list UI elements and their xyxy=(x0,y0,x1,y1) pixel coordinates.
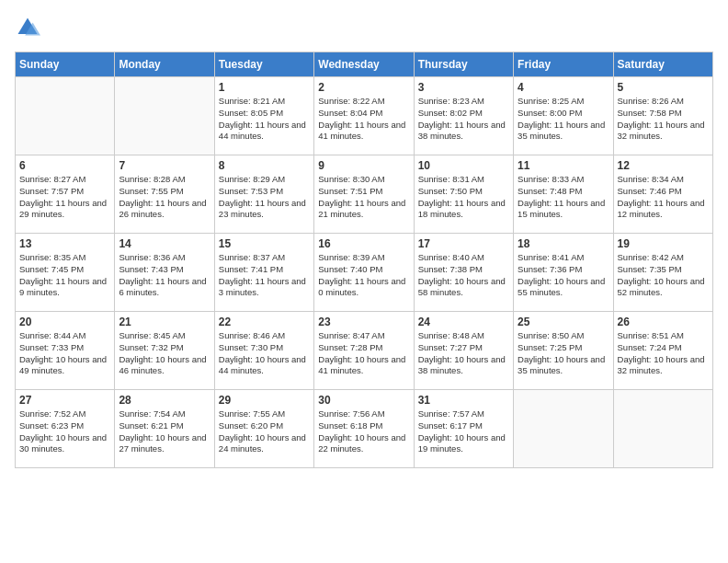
column-header-sunday: Sunday xyxy=(16,52,115,77)
day-info: Sunrise: 8:42 AM Sunset: 7:35 PM Dayligh… xyxy=(618,252,709,299)
day-info: Sunrise: 8:28 AM Sunset: 7:55 PM Dayligh… xyxy=(119,174,210,221)
day-info: Sunrise: 8:21 AM Sunset: 8:05 PM Dayligh… xyxy=(219,96,310,143)
day-info: Sunrise: 8:25 AM Sunset: 8:00 PM Dayligh… xyxy=(518,96,609,143)
day-number: 13 xyxy=(19,237,110,250)
calendar-cell: 22Sunrise: 8:46 AM Sunset: 7:30 PM Dayli… xyxy=(214,312,313,390)
calendar-cell: 9Sunrise: 8:30 AM Sunset: 7:51 PM Daylig… xyxy=(314,155,414,234)
calendar-cell: 3Sunrise: 8:23 AM Sunset: 8:02 PM Daylig… xyxy=(414,77,513,155)
day-number: 20 xyxy=(19,316,110,328)
calendar-cell: 7Sunrise: 8:28 AM Sunset: 7:55 PM Daylig… xyxy=(115,155,214,234)
day-info: Sunrise: 8:30 AM Sunset: 7:51 PM Dayligh… xyxy=(318,174,409,221)
day-number: 9 xyxy=(318,159,409,172)
column-header-wednesday: Wednesday xyxy=(314,52,414,77)
day-number: 26 xyxy=(618,316,709,328)
calendar-cell: 11Sunrise: 8:33 AM Sunset: 7:48 PM Dayli… xyxy=(514,155,613,234)
day-number: 10 xyxy=(418,159,509,172)
day-info: Sunrise: 8:39 AM Sunset: 7:40 PM Dayligh… xyxy=(318,252,409,299)
page-header xyxy=(15,15,713,40)
day-info: Sunrise: 8:36 AM Sunset: 7:43 PM Dayligh… xyxy=(119,252,210,299)
day-info: Sunrise: 8:27 AM Sunset: 7:57 PM Dayligh… xyxy=(19,174,110,221)
day-number: 2 xyxy=(318,81,409,94)
day-number: 27 xyxy=(19,394,110,407)
day-info: Sunrise: 8:37 AM Sunset: 7:41 PM Dayligh… xyxy=(219,252,310,299)
calendar-body: 1Sunrise: 8:21 AM Sunset: 8:05 PM Daylig… xyxy=(16,77,713,468)
calendar-cell: 25Sunrise: 8:50 AM Sunset: 7:25 PM Dayli… xyxy=(514,312,613,390)
calendar-cell: 1Sunrise: 8:21 AM Sunset: 8:05 PM Daylig… xyxy=(214,77,313,155)
calendar-cell: 24Sunrise: 8:48 AM Sunset: 7:27 PM Dayli… xyxy=(414,312,513,390)
day-number: 22 xyxy=(219,316,310,328)
calendar-cell: 4Sunrise: 8:25 AM Sunset: 8:00 PM Daylig… xyxy=(514,77,613,155)
column-header-saturday: Saturday xyxy=(613,52,712,77)
calendar-week-2: 6Sunrise: 8:27 AM Sunset: 7:57 PM Daylig… xyxy=(16,155,713,234)
calendar-cell: 19Sunrise: 8:42 AM Sunset: 7:35 PM Dayli… xyxy=(613,234,712,312)
day-number: 6 xyxy=(19,159,110,172)
day-number: 23 xyxy=(318,316,409,328)
day-info: Sunrise: 8:22 AM Sunset: 8:04 PM Dayligh… xyxy=(318,96,409,143)
calendar-cell: 31Sunrise: 7:57 AM Sunset: 6:17 PM Dayli… xyxy=(414,390,513,468)
day-info: Sunrise: 8:44 AM Sunset: 7:33 PM Dayligh… xyxy=(19,330,110,377)
calendar-cell xyxy=(514,390,613,468)
column-header-monday: Monday xyxy=(115,52,214,77)
calendar-cell: 21Sunrise: 8:45 AM Sunset: 7:32 PM Dayli… xyxy=(115,312,214,390)
day-number: 16 xyxy=(318,237,409,250)
day-number: 4 xyxy=(518,81,609,94)
day-info: Sunrise: 7:52 AM Sunset: 6:23 PM Dayligh… xyxy=(19,408,110,455)
day-number: 5 xyxy=(618,81,709,94)
day-info: Sunrise: 7:55 AM Sunset: 6:20 PM Dayligh… xyxy=(219,408,310,455)
column-header-friday: Friday xyxy=(514,52,613,77)
calendar-cell: 10Sunrise: 8:31 AM Sunset: 7:50 PM Dayli… xyxy=(414,155,513,234)
calendar-cell: 27Sunrise: 7:52 AM Sunset: 6:23 PM Dayli… xyxy=(16,390,115,468)
day-info: Sunrise: 8:48 AM Sunset: 7:27 PM Dayligh… xyxy=(418,330,509,377)
day-number: 29 xyxy=(219,394,310,407)
calendar-cell: 26Sunrise: 8:51 AM Sunset: 7:24 PM Dayli… xyxy=(613,312,712,390)
day-number: 24 xyxy=(418,316,509,328)
calendar-cell: 2Sunrise: 8:22 AM Sunset: 8:04 PM Daylig… xyxy=(314,77,414,155)
calendar-cell: 30Sunrise: 7:56 AM Sunset: 6:18 PM Dayli… xyxy=(314,390,414,468)
day-info: Sunrise: 8:26 AM Sunset: 7:58 PM Dayligh… xyxy=(618,96,709,143)
day-number: 30 xyxy=(318,394,409,407)
day-number: 12 xyxy=(618,159,709,172)
day-info: Sunrise: 8:29 AM Sunset: 7:53 PM Dayligh… xyxy=(219,174,310,221)
calendar-cell: 12Sunrise: 8:34 AM Sunset: 7:46 PM Dayli… xyxy=(613,155,712,234)
day-number: 28 xyxy=(119,394,210,407)
calendar-cell: 16Sunrise: 8:39 AM Sunset: 7:40 PM Dayli… xyxy=(314,234,414,312)
day-info: Sunrise: 8:50 AM Sunset: 7:25 PM Dayligh… xyxy=(518,330,609,377)
column-header-tuesday: Tuesday xyxy=(214,52,313,77)
day-info: Sunrise: 8:31 AM Sunset: 7:50 PM Dayligh… xyxy=(418,174,509,221)
calendar-cell xyxy=(613,390,712,468)
calendar-table: SundayMondayTuesdayWednesdayThursdayFrid… xyxy=(15,52,713,468)
calendar-cell: 20Sunrise: 8:44 AM Sunset: 7:33 PM Dayli… xyxy=(16,312,115,390)
day-info: Sunrise: 8:51 AM Sunset: 7:24 PM Dayligh… xyxy=(618,330,709,377)
day-number: 18 xyxy=(518,237,609,250)
day-number: 17 xyxy=(418,237,509,250)
calendar-week-3: 13Sunrise: 8:35 AM Sunset: 7:45 PM Dayli… xyxy=(16,234,713,312)
day-info: Sunrise: 7:54 AM Sunset: 6:21 PM Dayligh… xyxy=(119,408,210,455)
calendar-week-5: 27Sunrise: 7:52 AM Sunset: 6:23 PM Dayli… xyxy=(16,390,713,468)
logo xyxy=(15,15,44,40)
day-number: 11 xyxy=(518,159,609,172)
day-number: 3 xyxy=(418,81,509,94)
day-info: Sunrise: 8:41 AM Sunset: 7:36 PM Dayligh… xyxy=(518,252,609,299)
day-number: 15 xyxy=(219,237,310,250)
day-number: 1 xyxy=(219,81,310,94)
calendar-cell: 6Sunrise: 8:27 AM Sunset: 7:57 PM Daylig… xyxy=(16,155,115,234)
day-number: 7 xyxy=(119,159,210,172)
calendar-cell: 23Sunrise: 8:47 AM Sunset: 7:28 PM Dayli… xyxy=(314,312,414,390)
day-info: Sunrise: 8:45 AM Sunset: 7:32 PM Dayligh… xyxy=(119,330,210,377)
calendar-cell: 18Sunrise: 8:41 AM Sunset: 7:36 PM Dayli… xyxy=(514,234,613,312)
day-info: Sunrise: 7:57 AM Sunset: 6:17 PM Dayligh… xyxy=(418,408,509,455)
calendar-week-1: 1Sunrise: 8:21 AM Sunset: 8:05 PM Daylig… xyxy=(16,77,713,155)
day-info: Sunrise: 8:35 AM Sunset: 7:45 PM Dayligh… xyxy=(19,252,110,299)
calendar-cell: 13Sunrise: 8:35 AM Sunset: 7:45 PM Dayli… xyxy=(16,234,115,312)
calendar-cell xyxy=(115,77,214,155)
calendar-cell: 17Sunrise: 8:40 AM Sunset: 7:38 PM Dayli… xyxy=(414,234,513,312)
day-number: 31 xyxy=(418,394,509,407)
calendar-cell: 14Sunrise: 8:36 AM Sunset: 7:43 PM Dayli… xyxy=(115,234,214,312)
calendar-cell: 5Sunrise: 8:26 AM Sunset: 7:58 PM Daylig… xyxy=(613,77,712,155)
calendar-cell: 8Sunrise: 8:29 AM Sunset: 7:53 PM Daylig… xyxy=(214,155,313,234)
column-header-thursday: Thursday xyxy=(414,52,513,77)
day-info: Sunrise: 8:46 AM Sunset: 7:30 PM Dayligh… xyxy=(219,330,310,377)
day-info: Sunrise: 8:40 AM Sunset: 7:38 PM Dayligh… xyxy=(418,252,509,299)
day-info: Sunrise: 8:34 AM Sunset: 7:46 PM Dayligh… xyxy=(618,174,709,221)
day-info: Sunrise: 8:47 AM Sunset: 7:28 PM Dayligh… xyxy=(318,330,409,377)
